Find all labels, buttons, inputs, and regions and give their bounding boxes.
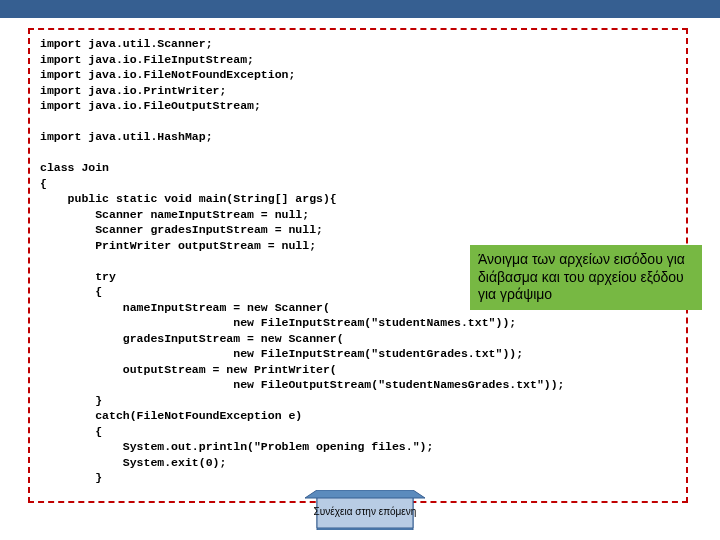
continue-label: Συνέχεια στην επόμενη <box>314 503 417 517</box>
continue-banner: Συνέχεια στην επόμενη <box>305 490 425 530</box>
annotation-callout: Άνοιγμα των αρχείων εισόδου για διάβασμα… <box>470 245 702 310</box>
header-bar <box>0 0 720 18</box>
